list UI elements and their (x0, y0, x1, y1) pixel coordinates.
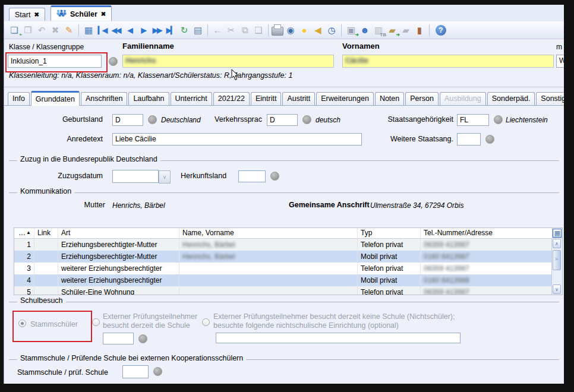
extern-schule-input[interactable] (103, 333, 134, 344)
column-header-link[interactable]: Link (34, 228, 58, 238)
zuzugsdatum-dropdown-button[interactable]: ∨ (159, 170, 171, 184)
tab-erweiterungen[interactable]: Erweiterungen (316, 92, 374, 105)
table-scrollbar[interactable]: ∧ ∨ (551, 238, 562, 295)
archive-icon[interactable]: ▰ (399, 24, 412, 37)
tab-austritt[interactable]: Austritt (282, 92, 315, 105)
table-row[interactable]: 5Schüler-Eine WohnungTelefon privat06359… (14, 286, 552, 295)
table-row[interactable]: 2Erziehungsberechtigter-MutterHenrichs, … (14, 251, 552, 263)
export-data-icon[interactable]: ▣➜ (345, 24, 358, 37)
cell-typ: Mobil privat (358, 251, 421, 263)
geburtsland-lookup-circle-button[interactable] (148, 115, 157, 124)
preview-eye-icon[interactable]: ◉ (284, 24, 297, 37)
weitere-staatsang-label: Weitere Staatsang. (361, 135, 453, 143)
table-row[interactable]: 3weiterer ErziehungsberechtigterTelefon … (14, 263, 552, 274)
fast-next-icon[interactable]: ▶▶ (150, 24, 163, 37)
back-arrow-icon[interactable]: ← (211, 24, 224, 37)
next-record-icon[interactable]: ▶ (137, 24, 150, 37)
redacted-text: 0160 8413987 (424, 252, 469, 261)
last-record-icon[interactable]: ▶▎ (164, 24, 177, 37)
familienname-input[interactable]: Henrichs (122, 55, 334, 68)
tab-person[interactable]: Person (405, 92, 439, 105)
new-record-icon[interactable]: ❏+ (8, 24, 21, 37)
scroll-thumb[interactable] (553, 250, 561, 270)
close-icon[interactable]: ✖ (101, 11, 106, 17)
toolbar-separator (341, 24, 342, 36)
print-icon[interactable] (272, 27, 283, 36)
anredetext-input[interactable]: Liebe Cäcilie (112, 133, 362, 146)
tab-info[interactable]: Info (8, 92, 30, 105)
staatsangehoerigkeit-lookup-circle-button[interactable] (494, 115, 503, 124)
folder-export-icon[interactable]: ▰➜ (386, 24, 399, 37)
tab-2021-22[interactable]: 2021/22 (213, 92, 250, 105)
klasse-lookup-circle-button[interactable] (109, 57, 118, 66)
verkehrssprache-lookup-circle-button[interactable] (302, 115, 311, 124)
fast-prev-icon[interactable]: ◀◀ (109, 24, 122, 37)
announce-horn-icon[interactable]: ◀ (311, 24, 324, 37)
address-book-icon[interactable]: ▮ (413, 24, 426, 37)
toolbar-separator (268, 24, 269, 36)
grid-icon: ▦ (554, 229, 560, 237)
table-row[interactable]: 4weiterer ErziehungsberechtigterMobil pr… (14, 274, 552, 286)
cut-icon[interactable]: ✂ (225, 24, 238, 37)
stammschule-input[interactable] (122, 365, 149, 378)
weitere-staatsang-input[interactable] (457, 133, 481, 146)
edit-icon[interactable]: ✎ (62, 24, 75, 37)
tab-anschriften[interactable]: Anschriften (81, 92, 128, 105)
tab-sonderp-d[interactable]: Sonderpäd. (487, 92, 535, 105)
weitere-staatsang-lookup-circle-button[interactable] (485, 135, 494, 144)
tab-sonstiges[interactable]: Sonstiges (536, 92, 564, 105)
toolbar-separator (78, 24, 79, 36)
save-icon[interactable]: ❒ (21, 24, 34, 37)
table-body: 1Erziehungsberechtigter-MutterHenrichs, … (14, 239, 562, 295)
tab-eintritt[interactable]: Eintritt (251, 92, 281, 105)
scroll-down-button[interactable]: ∨ (553, 284, 561, 294)
refresh-icon[interactable]: ↻ (178, 24, 191, 37)
tab-unterricht[interactable]: Unterricht (171, 92, 212, 105)
hint-bulb-icon[interactable]: ● (298, 24, 311, 37)
scroll-up-button[interactable]: ∧ (553, 239, 561, 248)
data-table-icon[interactable]: ▦ (82, 24, 95, 37)
stammschule-label: Stammschule / prüf. Schule (17, 368, 108, 377)
herkunftsland-lookup-circle-button[interactable] (270, 172, 279, 181)
help-icon[interactable]: ? (436, 25, 446, 36)
prev-record-icon[interactable]: ◀ (123, 24, 136, 37)
cell-name (179, 263, 358, 274)
verkehrssprache-input[interactable]: D (267, 114, 298, 126)
stammschule-lookup-circle-button[interactable] (153, 367, 162, 376)
column-header-tel[interactable]: Tel.-Nummer/Adresse (421, 228, 552, 238)
nichtschueler-radio[interactable] (202, 318, 210, 326)
extern-besucht-schule-radio[interactable] (92, 318, 100, 326)
delete-icon[interactable]: ✖ (49, 24, 62, 37)
reminder-clock-icon[interactable]: ◷ (325, 24, 338, 37)
column-header-art[interactable]: Art (58, 228, 179, 238)
copy-icon[interactable]: ⧉ (238, 24, 251, 37)
tab-start[interactable]: Start ✖ (9, 8, 45, 21)
undo-icon[interactable]: ↶ (35, 24, 48, 37)
extern-schule-lookup-circle-button[interactable] (138, 334, 147, 343)
contacts-table: …▲ Link Art Name, Vorname Typ Tel.-Numme… (14, 227, 563, 295)
nichtschulische-einrichtung-input[interactable] (216, 333, 461, 343)
tab-laufbahn[interactable]: Laufbahn (128, 92, 169, 105)
close-icon[interactable]: ✖ (34, 12, 39, 18)
vornamen-input[interactable]: Cäcilie (342, 55, 554, 68)
paste-icon[interactable]: ❑ (252, 24, 265, 37)
cell-link (34, 263, 58, 274)
cell-name: Henrichs, Bärbel (179, 251, 358, 263)
geburtsland-input[interactable]: D (112, 114, 143, 126)
student-icon[interactable]: ☻ (358, 24, 371, 37)
column-header-name[interactable]: Name, Vorname (179, 228, 358, 238)
column-picker-button[interactable]: ▦ (552, 228, 562, 238)
column-header-num[interactable]: …▲ (14, 228, 34, 238)
zuzugsdatum-input[interactable] (112, 170, 159, 183)
report-list-icon[interactable]: ▤ (191, 24, 204, 37)
tab-noten[interactable]: Noten (375, 92, 404, 105)
column-header-typ[interactable]: Typ (358, 228, 421, 238)
staatsangehoerigkeit-input[interactable]: FL (457, 114, 489, 126)
tab-grunddaten[interactable]: Grunddaten (31, 91, 80, 106)
table-row[interactable]: 1Erziehungsberechtigter-MutterHenrichs, … (14, 239, 552, 251)
herkunftsland-input[interactable] (238, 170, 266, 182)
import-tb-icon[interactable]: ▥TB (372, 24, 385, 37)
first-record-icon[interactable]: ▎◀ (96, 24, 109, 37)
tab-schueler[interactable]: Schüler ✖ (51, 5, 112, 21)
gender-input[interactable]: W (556, 55, 564, 68)
